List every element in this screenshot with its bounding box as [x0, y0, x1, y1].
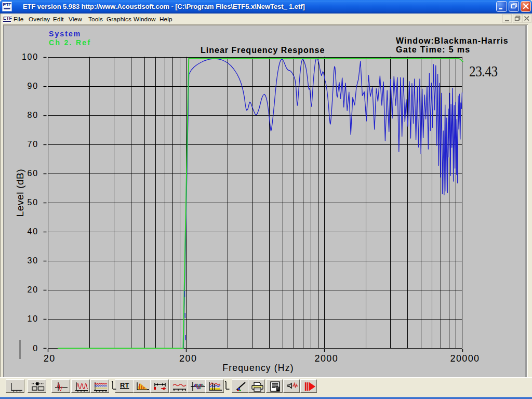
svg-text:RT: RT — [120, 381, 129, 389]
